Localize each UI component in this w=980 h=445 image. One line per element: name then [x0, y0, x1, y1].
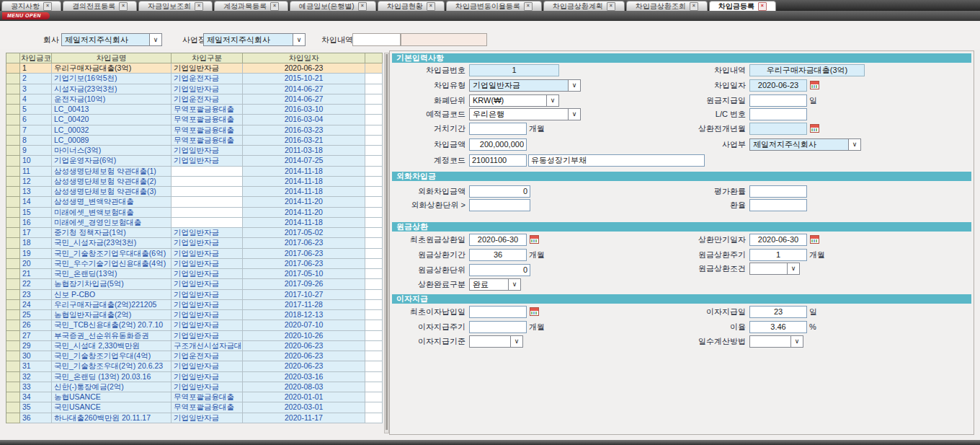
calendar-icon[interactable]	[810, 81, 819, 89]
table-row[interactable]: 12삼성생명단체보험 약관대출(2)2014-11-18	[6, 177, 383, 187]
maturity-date-input[interactable]	[749, 234, 807, 246]
loan-search-display[interactable]	[401, 33, 487, 46]
table-row[interactable]: 11삼성생명단체보험 약관대출(1)2014-11-18	[6, 167, 383, 177]
tab-close-icon[interactable]: ×	[690, 2, 698, 11]
table-row[interactable]: 33신한(-)통장예금(2억)기업일반자금2020-08-03	[6, 382, 383, 392]
loan-amount-input[interactable]	[469, 138, 527, 151]
principal-pay-day-input[interactable]	[749, 94, 807, 107]
loan-no-input[interactable]	[469, 64, 559, 76]
loan-search-input[interactable]	[352, 33, 401, 46]
table-row[interactable]: 2기업기보(16억5천)기업운전자금2015-10-21	[6, 74, 383, 84]
lc-no-input[interactable]	[749, 108, 807, 120]
table-row[interactable]: 15미래에셋_변액보험대출2014-11-20	[6, 208, 383, 218]
tab-차입금현황[interactable]: 차입금현황×	[378, 1, 445, 11]
tab-공지사항[interactable]: 공지사항×	[1, 1, 61, 11]
calendar-icon[interactable]	[810, 124, 819, 133]
grace-period-input[interactable]	[469, 123, 527, 135]
table-row[interactable]: 21국민_온랜딩(13억)기업일반자금2017-05-10	[6, 269, 383, 279]
table-row[interactable]: 25농협일반자금대출(2억)기업일반자금2018-12-13	[6, 310, 383, 320]
division-select[interactable]: 제일저지주식회사 ∨	[749, 138, 861, 151]
tab-차입금등록[interactable]: 차입금등록×	[709, 1, 776, 11]
menu-open-button[interactable]: MENU OPEN	[2, 12, 50, 19]
table-row[interactable]: 4운전자금(10억)기업운전자금2014-06-27	[6, 94, 383, 105]
header-cell-date[interactable]: 차입일자	[243, 53, 365, 63]
table-row[interactable]: 16미래에셋_경영인보험대출2014-11-18	[6, 218, 383, 228]
loan-date-input[interactable]	[749, 79, 807, 92]
repay-period-input[interactable]	[469, 249, 527, 261]
tab-close-icon[interactable]: ×	[607, 2, 615, 11]
repay-complete-select[interactable]: 완료 ∨	[469, 278, 521, 291]
table-row[interactable]: 30국민_기술창조기업우대(4억)기업운전자금2020-06-23	[6, 351, 383, 361]
chevron-down-icon[interactable]: ∨	[547, 94, 559, 107]
tab-close-icon[interactable]: ×	[270, 2, 279, 11]
tab-차입금상환조회[interactable]: 차입금상환조회×	[626, 1, 708, 11]
table-row[interactable]: 27부국증권_선순위유동화증권기업일반자금2020-10-26	[6, 331, 383, 341]
table-row[interactable]: 22농협장기차입금(5억)기업일반자금2017-09-26	[6, 279, 383, 289]
header-cell-code[interactable]: 차입금코드	[20, 53, 52, 63]
table-row[interactable]: 20국민_우수기술기업신용대출(4억)기업일반자금2017-06-23	[6, 259, 383, 269]
table-row[interactable]: 36하나대출260백만원 20.11.17기업일반자금2020-11-17	[6, 413, 383, 423]
tab-결의전표등록[interactable]: 결의전표등록×	[63, 1, 137, 11]
table-vertical-scrollbar[interactable]	[384, 53, 389, 433]
table-row[interactable]: 5LC_00413무역포괄금융대출2016-03-10	[6, 105, 383, 115]
interest-rate-input[interactable]	[749, 321, 807, 333]
first-repay-date-input[interactable]	[469, 234, 527, 246]
repay-condition-select[interactable]: ∨	[749, 263, 800, 275]
chevron-down-icon[interactable]: ∨	[569, 108, 581, 120]
chevron-down-icon[interactable]: ∨	[791, 335, 803, 348]
calendar-icon[interactable]	[530, 307, 539, 316]
loan-desc-input[interactable]	[749, 64, 865, 76]
table-row[interactable]: 18국민_시설자금(23억3천)기업일반자금2017-06-23	[6, 238, 383, 248]
tab-close-icon[interactable]: ×	[524, 2, 533, 11]
first-interest-date-input[interactable]	[469, 306, 527, 318]
table-row[interactable]: 8LC_00089무역포괄금융대출2016-03-21	[6, 136, 383, 146]
tab-계정과목등록[interactable]: 계정과목등록×	[214, 1, 288, 11]
tab-close-icon[interactable]: ×	[427, 2, 435, 11]
tab-close-icon[interactable]: ×	[43, 2, 52, 11]
table-row[interactable]: 1우리구매자금대출(3억)기업일반자금2020-06-23	[6, 63, 383, 74]
chevron-down-icon[interactable]: ∨	[849, 138, 861, 151]
fx-amount-input[interactable]	[469, 185, 530, 198]
chevron-down-icon[interactable]: ∨	[569, 79, 581, 92]
tab-close-icon[interactable]: ×	[358, 2, 367, 11]
tab-차입금상환계획[interactable]: 차입금상환계획×	[543, 1, 625, 11]
table-row[interactable]: 7LC_00032무역포괄금융대출2016-03-23	[6, 125, 383, 136]
table-row[interactable]: 26국민_TCB신용대출(2억) 20.7.10기업일반자금2020-07-10	[6, 320, 383, 330]
exchange-rate-input[interactable]	[749, 199, 807, 211]
currency-select[interactable]: KRW(₩) ∨	[469, 94, 559, 107]
table-row[interactable]: 31국민_기술창조우대(2억) 20.6.23기업일반자금2020-06-23	[6, 361, 383, 371]
site-select[interactable]: 제일저지주식회사 ∨	[203, 33, 306, 46]
repay-unit-input[interactable]	[469, 264, 530, 276]
tab-close-icon[interactable]: ×	[195, 2, 203, 11]
table-row[interactable]: 10기업운영자금(6억)기업일반자금2014-07-25	[6, 156, 383, 166]
interest-basis-select[interactable]: ∨	[469, 335, 523, 348]
tab-close-icon[interactable]: ×	[119, 2, 128, 11]
tab-자금일보조회[interactable]: 자금일보조회×	[138, 1, 213, 11]
table-row[interactable]: 6LC_00420무역포괄금융대출2016-03-04	[6, 115, 383, 125]
chevron-down-icon[interactable]: ∨	[150, 33, 162, 46]
chevron-down-icon[interactable]: ∨	[788, 263, 800, 275]
table-row[interactable]: 13삼성생명단체보험 약관대출(3)2014-11-18	[6, 187, 383, 197]
chevron-down-icon[interactable]: ∨	[293, 33, 306, 46]
table-row[interactable]: 9마이너스(3억)기업일반자금2011-03-18	[6, 146, 383, 156]
loan-type-select[interactable]: 기업일반자금 ∨	[469, 79, 581, 92]
table-row[interactable]: 32국민_온랜딩 (13억) 20.03.16기업일반자금2020-03-16	[6, 372, 383, 382]
company-select[interactable]: 제일저지주식회사 ∨	[61, 33, 162, 46]
repay-open-ym-input[interactable]	[749, 123, 807, 135]
table-row[interactable]: 29국민_시설대 2,330백만원구조개선시설자금대출2020-06-23	[6, 341, 383, 351]
calendar-icon[interactable]	[530, 235, 539, 244]
table-row[interactable]: 17중기청 정책자금(1억)기업일반자금2017-05-02	[6, 228, 383, 238]
header-cell-name[interactable]: 차입금명	[52, 53, 172, 63]
tab-차입금변동이율등록[interactable]: 차입금변동이율등록×	[446, 1, 542, 11]
deposit-code-select[interactable]: 우리은행 ∨	[469, 108, 581, 120]
repay-cycle-input[interactable]	[749, 249, 807, 261]
account-name-input[interactable]	[528, 154, 705, 167]
eval-rate-input[interactable]	[749, 185, 807, 198]
table-row[interactable]: 3시설자금(23억3천)기업일반자금2014-06-27	[6, 84, 383, 94]
interest-cycle-input[interactable]	[469, 321, 527, 333]
chevron-down-icon[interactable]: ∨	[511, 335, 523, 348]
scrollbar-thumb[interactable]	[386, 54, 388, 430]
table-row[interactable]: 14삼성생명_변액약관대출2014-11-20	[6, 197, 383, 207]
chevron-down-icon[interactable]: ∨	[509, 278, 521, 291]
tab-예금일보(은행별)[interactable]: 예금일보(은행별)×	[290, 1, 376, 11]
